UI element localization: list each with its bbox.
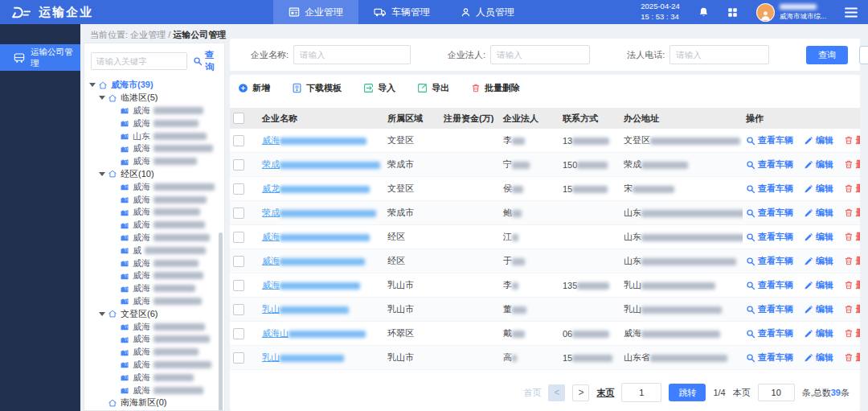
tree-node-district[interactable]: 经区(10) bbox=[84, 168, 224, 181]
edit-button[interactable]: 编辑 bbox=[804, 134, 833, 146]
delete-button[interactable]: 删除 bbox=[844, 279, 860, 291]
tree-node-company[interactable]: 威海 bbox=[84, 269, 224, 282]
view-vehicles-button[interactable]: 查看车辆 bbox=[746, 207, 793, 219]
legal-phone-input[interactable] bbox=[669, 45, 769, 64]
view-vehicles-button[interactable]: 查看车辆 bbox=[746, 279, 793, 291]
delete-button[interactable]: 删除 bbox=[844, 207, 860, 219]
edit-button[interactable]: 编辑 bbox=[804, 351, 833, 364]
company-name-link[interactable]: 威海 bbox=[262, 135, 366, 145]
select-all-checkbox[interactable] bbox=[233, 113, 244, 124]
batch-delete-button[interactable]: 批量删除 bbox=[471, 82, 520, 94]
tree-node-company[interactable]: 威海 bbox=[84, 257, 224, 269]
row-checkbox[interactable] bbox=[233, 280, 244, 291]
company-name-link[interactable]: 威龙 bbox=[262, 183, 370, 193]
tree-node-district[interactable]: 文登区(6) bbox=[84, 307, 224, 320]
download-template-button[interactable]: 下载模板 bbox=[292, 82, 342, 94]
pagination-prev[interactable]: < bbox=[548, 384, 565, 401]
row-checkbox[interactable] bbox=[233, 183, 244, 195]
tree-node-district[interactable]: 南海新区(0) bbox=[84, 397, 224, 409]
delete-button[interactable]: 删除 bbox=[844, 255, 860, 267]
view-vehicles-button[interactable]: 查看车辆 bbox=[746, 231, 793, 243]
page-number-input[interactable] bbox=[621, 383, 661, 402]
view-vehicles-button[interactable]: 查看车辆 bbox=[746, 183, 793, 195]
pagination-first[interactable]: 首页 bbox=[523, 387, 541, 399]
delete-button[interactable]: 删除 bbox=[844, 231, 860, 243]
tree-node-company[interactable]: 威海 bbox=[84, 117, 224, 129]
pagination-last[interactable]: 末页 bbox=[596, 387, 614, 399]
tree-node-company[interactable]: 威海 bbox=[84, 206, 224, 219]
row-checkbox[interactable] bbox=[233, 328, 244, 339]
tree-node-company[interactable]: 威海 bbox=[84, 371, 224, 384]
tree-node-company[interactable]: 威海 bbox=[84, 333, 224, 346]
expand-arrow-icon[interactable] bbox=[99, 312, 105, 316]
delete-button[interactable]: 删除 bbox=[844, 327, 860, 339]
delete-button[interactable]: 删除 bbox=[844, 351, 860, 364]
row-checkbox[interactable] bbox=[233, 256, 244, 267]
reset-button[interactable]: 重置 bbox=[859, 46, 868, 64]
view-vehicles-button[interactable]: 查看车辆 bbox=[746, 255, 793, 267]
expand-arrow-icon[interactable] bbox=[99, 172, 105, 176]
tree-node-company[interactable]: 威海 bbox=[84, 219, 224, 232]
tree-node-company[interactable]: 威海 bbox=[84, 282, 224, 295]
view-vehicles-button[interactable]: 查看车辆 bbox=[746, 351, 793, 364]
tree-node-company[interactable]: 威海 bbox=[84, 105, 224, 117]
tree-node-company[interactable]: 威海 bbox=[84, 142, 224, 155]
company-name-link[interactable]: 威海 bbox=[262, 280, 360, 290]
expand-arrow-icon[interactable] bbox=[99, 96, 105, 100]
pagination-next[interactable]: > bbox=[572, 384, 589, 401]
tree-search-button[interactable]: 查询 bbox=[193, 49, 219, 73]
row-checkbox[interactable] bbox=[233, 159, 244, 171]
delete-button[interactable]: 删除 bbox=[844, 158, 860, 171]
tab-enterprise-management[interactable]: 企业管理 bbox=[273, 0, 358, 24]
row-checkbox[interactable] bbox=[233, 208, 244, 219]
company-name-link[interactable]: 乳山 bbox=[262, 352, 344, 362]
row-checkbox[interactable] bbox=[233, 352, 244, 364]
tree-node-company[interactable]: 威海 bbox=[84, 155, 224, 168]
page-size-box[interactable]: 10 bbox=[758, 384, 795, 401]
expand-arrow-icon[interactable] bbox=[89, 83, 96, 87]
row-checkbox[interactable] bbox=[233, 232, 244, 243]
tree-scrollbar[interactable] bbox=[219, 232, 223, 411]
tree-node-company[interactable]: 威海 bbox=[84, 346, 224, 359]
edit-button[interactable]: 编辑 bbox=[804, 255, 833, 267]
search-button[interactable]: 查询 bbox=[806, 46, 848, 64]
tree-node-company[interactable]: 威 bbox=[84, 244, 224, 257]
edit-button[interactable]: 编辑 bbox=[804, 303, 833, 315]
company-name-link[interactable]: 威海山 bbox=[262, 328, 366, 338]
company-name-link[interactable]: 荣成 bbox=[262, 208, 376, 217]
tab-personnel-management[interactable]: 人员管理 bbox=[445, 0, 530, 24]
company-name-input[interactable] bbox=[293, 45, 411, 64]
tree-node-company[interactable]: 威海 bbox=[84, 232, 224, 245]
row-checkbox[interactable] bbox=[233, 135, 244, 146]
tree-node-company[interactable]: 威海 bbox=[84, 320, 224, 333]
view-vehicles-button[interactable]: 查看车辆 bbox=[746, 134, 793, 146]
add-button[interactable]: 新增 bbox=[238, 82, 270, 94]
view-vehicles-button[interactable]: 查看车辆 bbox=[746, 303, 793, 315]
hamburger-menu-icon[interactable] bbox=[845, 7, 858, 18]
company-name-link[interactable]: 威海 bbox=[262, 256, 365, 265]
tree-node-company[interactable]: 威海 bbox=[84, 384, 224, 397]
delete-button[interactable]: 删除 bbox=[844, 183, 860, 195]
company-name-link[interactable]: 威海 bbox=[262, 232, 370, 241]
jump-button[interactable]: 跳转 bbox=[669, 384, 706, 401]
bell-icon[interactable] bbox=[698, 6, 709, 18]
edit-button[interactable]: 编辑 bbox=[804, 207, 833, 219]
edit-button[interactable]: 编辑 bbox=[804, 158, 833, 171]
app-grid-icon[interactable] bbox=[727, 7, 738, 18]
company-name-link[interactable]: 荣成 bbox=[262, 159, 380, 169]
edit-button[interactable]: 编辑 bbox=[804, 327, 833, 339]
export-button[interactable]: 导出 bbox=[417, 82, 449, 94]
breadcrumb-parent[interactable]: 企业管理 bbox=[130, 30, 166, 39]
delete-button[interactable]: 删除 bbox=[844, 134, 860, 146]
tab-vehicle-management[interactable]: 车辆管理 bbox=[358, 0, 445, 24]
tree-node-company[interactable]: 威海 bbox=[84, 359, 224, 372]
row-checkbox[interactable] bbox=[233, 304, 244, 315]
legal-person-input[interactable] bbox=[490, 45, 590, 64]
company-name-link[interactable]: 乳山 bbox=[262, 304, 349, 314]
tree-search-input[interactable] bbox=[91, 52, 187, 70]
view-vehicles-button[interactable]: 查看车辆 bbox=[746, 158, 793, 171]
edit-button[interactable]: 编辑 bbox=[804, 183, 833, 195]
tree-node-company[interactable]: 威海 bbox=[84, 295, 224, 308]
delete-button[interactable]: 删除 bbox=[844, 303, 860, 315]
tree-node-district[interactable]: 临港区(5) bbox=[84, 92, 224, 105]
